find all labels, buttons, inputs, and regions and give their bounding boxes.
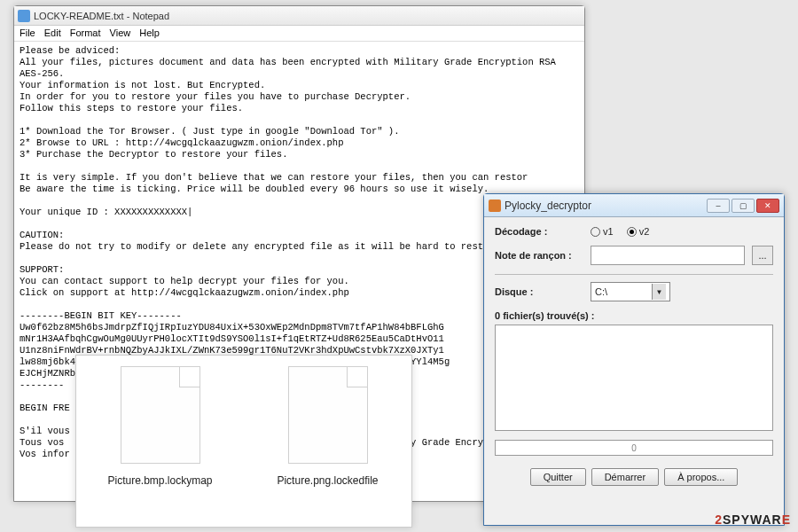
file-icon <box>121 366 200 464</box>
disk-select[interactable]: C:\ ▼ <box>591 282 670 301</box>
menu-format[interactable]: Format <box>70 27 101 39</box>
ransom-note-row: Note de rançon : ... <box>495 246 773 265</box>
disk-row: Disque : C:\ ▼ <box>495 282 773 301</box>
watermark-2: 2 <box>715 512 723 527</box>
minimize-button[interactable]: – <box>707 199 730 213</box>
notepad-title: LOCKY-README.txt - Notepad <box>34 11 169 21</box>
watermark: 2SPYWARE <box>715 512 791 527</box>
decodage-label: Décodage : <box>495 226 583 237</box>
radio-v1[interactable]: v1 <box>591 226 614 237</box>
decryptor-body: Décodage : v1 v2 Note de rançon : ... Di… <box>484 217 784 495</box>
decryptor-window: Pylocky_decryptor – ▢ ✕ Décodage : v1 v2 <box>483 193 785 526</box>
menu-view[interactable]: View <box>110 27 131 39</box>
files-found-label: 0 fichier(s) trouvé(s) : <box>495 310 773 321</box>
encrypted-file-2[interactable]: Picture.png.lockedfile <box>262 366 394 516</box>
browse-button[interactable]: ... <box>752 246 773 265</box>
file-label: Picture.bmp.lockymap <box>94 474 226 487</box>
file-icon <box>288 366 368 464</box>
notepad-titlebar[interactable]: LOCKY-README.txt - Notepad <box>14 6 584 26</box>
radio-icon <box>591 227 600 237</box>
window-controls: – ▢ ✕ <box>707 199 779 213</box>
menu-edit[interactable]: Edit <box>44 27 61 39</box>
close-button[interactable]: ✕ <box>756 199 779 213</box>
java-icon <box>489 200 501 212</box>
maximize-button[interactable]: ▢ <box>732 199 755 213</box>
divider <box>495 274 773 275</box>
encrypted-file-1[interactable]: Picture.bmp.lockymap <box>94 366 226 516</box>
quit-button[interactable]: Quitter <box>530 468 586 486</box>
progress-bar: 0 <box>495 440 773 456</box>
disk-label: Disque : <box>495 286 583 297</box>
file-list[interactable] <box>495 325 773 431</box>
ransom-note-label: Note de rançon : <box>495 250 583 261</box>
notepad-icon <box>18 10 30 22</box>
watermark-mid: SPYWAR <box>723 512 782 527</box>
chevron-down-icon: ▼ <box>652 284 666 300</box>
radio-v2-label: v2 <box>639 226 650 237</box>
progress-value: 0 <box>631 443 637 453</box>
decryptor-titlebar[interactable]: Pylocky_decryptor – ▢ ✕ <box>484 194 784 217</box>
decryptor-footer: Quitter Démarrer À propos... <box>495 468 773 486</box>
radio-v1-label: v1 <box>603 226 614 237</box>
menu-help[interactable]: Help <box>139 27 160 39</box>
decodage-row: Décodage : v1 v2 <box>495 226 773 237</box>
ransom-note-input[interactable] <box>591 246 745 265</box>
decryptor-title: Pylocky_decryptor <box>505 200 591 212</box>
explorer-panel: Picture.bmp.lockymap Picture.png.lockedf… <box>75 355 412 528</box>
version-radio-group: v1 v2 <box>591 226 649 237</box>
radio-icon <box>627 227 637 237</box>
radio-v2[interactable]: v2 <box>627 226 650 237</box>
about-button[interactable]: À propos... <box>664 468 738 486</box>
start-button[interactable]: Démarrer <box>591 468 659 486</box>
notepad-menubar: File Edit Format View Help <box>14 26 584 42</box>
disk-value: C:\ <box>595 286 607 297</box>
menu-file[interactable]: File <box>20 27 35 39</box>
watermark-e: E <box>782 512 791 527</box>
file-label: Picture.png.lockedfile <box>262 474 394 487</box>
